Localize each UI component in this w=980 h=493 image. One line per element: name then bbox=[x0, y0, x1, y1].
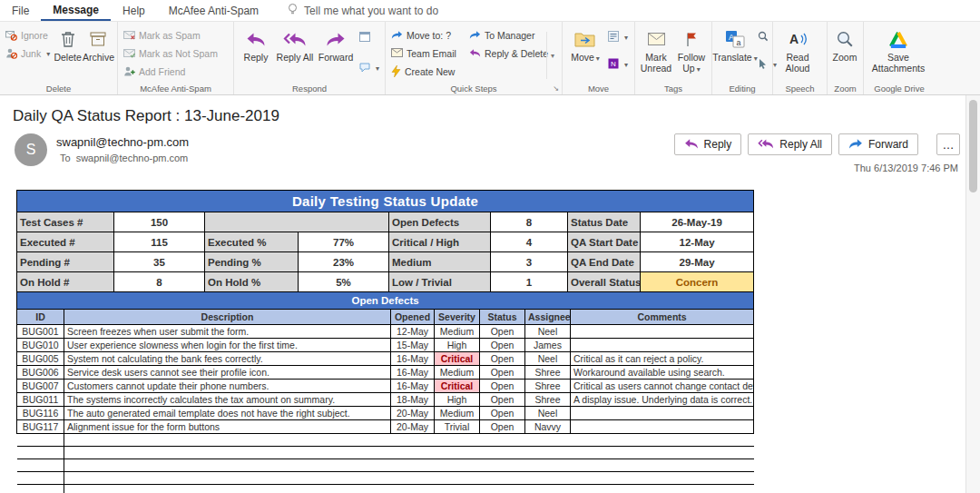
sender-avatar[interactable]: S bbox=[15, 133, 47, 166]
reply-icon bbox=[684, 138, 699, 152]
meeting-button[interactable] bbox=[357, 30, 382, 44]
rules-icon bbox=[608, 31, 619, 44]
more-respond-button[interactable]: ▾ bbox=[357, 61, 382, 75]
sender-address[interactable]: swapnil@techno-pm.com bbox=[56, 135, 189, 149]
defect-id-cell: BUG117 bbox=[17, 420, 64, 434]
tell-me-box[interactable]: Tell me what you want to do bbox=[287, 0, 438, 21]
defect-comments-cell bbox=[571, 420, 754, 434]
defect-status-cell: Open bbox=[480, 393, 525, 407]
forward-label: Forward bbox=[318, 52, 354, 63]
junk-icon bbox=[5, 47, 17, 61]
summary-cell: Medium bbox=[389, 252, 491, 272]
quick-steps-more-button[interactable]: ▾ bbox=[546, 32, 558, 79]
more-actions-button[interactable]: … bbox=[936, 133, 960, 155]
translate-label: Translate bbox=[712, 52, 751, 63]
ribbon-group-google-drive: Save Attachments Google Drive bbox=[864, 22, 935, 94]
summary-cell: 150 bbox=[114, 212, 205, 232]
scrollbar-thumb[interactable] bbox=[969, 100, 977, 192]
svg-text:N: N bbox=[611, 60, 616, 68]
archive-button[interactable]: Archive bbox=[83, 24, 114, 63]
summary-row: Test Cases #150Open Defects8Status Date2… bbox=[17, 212, 754, 232]
recipient-address[interactable]: swapnil@techno-pm.com bbox=[76, 153, 189, 163]
defect-id-cell: BUG010 bbox=[17, 339, 64, 352]
group-label-editing: Editing bbox=[712, 84, 772, 94]
translate-button[interactable]: Aa Translate▾ bbox=[715, 24, 755, 63]
summary-cell: 26-May-19 bbox=[641, 212, 754, 232]
defect-assignee-cell: James bbox=[525, 339, 571, 352]
tab-mcafee[interactable]: McAfee Anti-Spam bbox=[157, 0, 270, 21]
empty-cell bbox=[391, 447, 435, 459]
mark-as-not-spam-button[interactable]: Mark as Not Spam bbox=[121, 46, 220, 61]
ignore-icon bbox=[5, 29, 17, 43]
empty-cell bbox=[17, 447, 64, 459]
tab-file[interactable]: File bbox=[0, 0, 41, 21]
summary-cell: Low / Trivial bbox=[389, 272, 491, 292]
to-manager-arrow-icon bbox=[469, 30, 481, 41]
quick-step-to-manager[interactable]: To Manager bbox=[466, 28, 546, 43]
quick-step-reply-delete[interactable]: Reply & Delete bbox=[466, 46, 546, 61]
defect-comments-cell bbox=[571, 325, 754, 339]
mark-spam-label: Mark as Spam bbox=[139, 30, 201, 41]
junk-button[interactable]: Junk▾ bbox=[3, 46, 53, 61]
tab-help[interactable]: Help bbox=[111, 0, 157, 21]
add-friend-icon bbox=[123, 65, 135, 79]
quick-step-move-to[interactable]: Move to: ? bbox=[388, 28, 466, 43]
empty-row bbox=[17, 459, 754, 472]
defect-status-cell: Open bbox=[480, 352, 525, 366]
defect-row: BUG007Customers cannot update their phon… bbox=[17, 380, 754, 393]
defect-assignee-cell: Neel bbox=[525, 352, 571, 366]
group-label-zoom: Zoom bbox=[828, 84, 863, 94]
group-label-google-drive: Google Drive bbox=[864, 84, 935, 94]
follow-up-button[interactable]: Follow Up▾ bbox=[674, 24, 709, 74]
ignore-button[interactable]: Ignore bbox=[3, 28, 53, 43]
empty-cell bbox=[571, 485, 754, 493]
defect-description-cell: The auto generated email template does n… bbox=[64, 407, 391, 420]
mark-unread-button[interactable]: Mark Unread bbox=[638, 24, 674, 74]
translate-label-wrap: Translate▾ bbox=[712, 52, 757, 63]
forward-button[interactable]: Forward bbox=[315, 24, 357, 63]
defect-status-cell: Open bbox=[480, 420, 525, 434]
defect-row: BUG010User experience slowness when logi… bbox=[17, 339, 754, 352]
quick-step-team-email[interactable]: Team Email bbox=[388, 46, 466, 61]
summary-cell: Overall Status bbox=[568, 272, 641, 292]
mark-not-spam-icon bbox=[123, 47, 135, 61]
empty-row bbox=[17, 447, 754, 459]
defect-opened-cell: 20-May bbox=[391, 407, 435, 420]
junk-label: Junk bbox=[21, 48, 41, 59]
vertical-scrollbar[interactable] bbox=[965, 95, 980, 493]
defect-severity-cell: Medium bbox=[435, 325, 480, 339]
header-forward-button[interactable]: Forward bbox=[838, 133, 918, 155]
mark-as-spam-button[interactable]: Mark as Spam bbox=[121, 28, 220, 43]
onenote-button[interactable]: N ▾ bbox=[605, 57, 631, 72]
summary-cell: 35 bbox=[114, 252, 205, 272]
summary-cell bbox=[205, 212, 389, 232]
rules-button[interactable]: ▾ bbox=[605, 30, 631, 44]
more-respond-caret-icon: ▾ bbox=[376, 64, 379, 73]
empty-cell bbox=[480, 459, 525, 472]
quick-step-reply-delete-label: Reply & Delete bbox=[485, 48, 548, 59]
empty-cell bbox=[571, 459, 754, 472]
delete-button[interactable]: Delete bbox=[53, 24, 83, 63]
summary-cell: QA End Date bbox=[568, 252, 641, 272]
team-email-icon bbox=[391, 48, 403, 59]
quick-step-create-new[interactable]: Create New bbox=[388, 64, 466, 79]
zoom-button[interactable]: Zoom bbox=[830, 24, 859, 63]
ribbon-group-respond: Reply Reply All Forward ▾ Respond bbox=[234, 22, 386, 94]
add-friend-button[interactable]: Add Friend bbox=[121, 64, 220, 79]
reply-all-button[interactable]: Reply All bbox=[275, 24, 315, 63]
summary-cell: Critical / High bbox=[389, 232, 491, 252]
svg-text:a: a bbox=[736, 38, 740, 47]
header-reply-button[interactable]: Reply bbox=[674, 133, 742, 155]
move-button[interactable]: Move▾ bbox=[565, 24, 605, 63]
header-reply-all-button[interactable]: Reply All bbox=[748, 133, 832, 155]
defect-status-cell: Open bbox=[480, 380, 525, 393]
empty-cell bbox=[435, 434, 480, 447]
empty-cell bbox=[571, 447, 754, 459]
recipient-line: To swapnil@techno-pm.com bbox=[60, 153, 188, 163]
tab-message[interactable]: Message bbox=[41, 0, 111, 21]
summary-cell: On Hold % bbox=[205, 272, 299, 292]
reply-button[interactable]: Reply bbox=[237, 24, 275, 63]
save-attachments-button[interactable]: Save Attachments bbox=[867, 24, 930, 74]
reply-all-icon bbox=[283, 28, 307, 50]
read-aloud-button[interactable]: A Read Aloud bbox=[776, 24, 819, 74]
